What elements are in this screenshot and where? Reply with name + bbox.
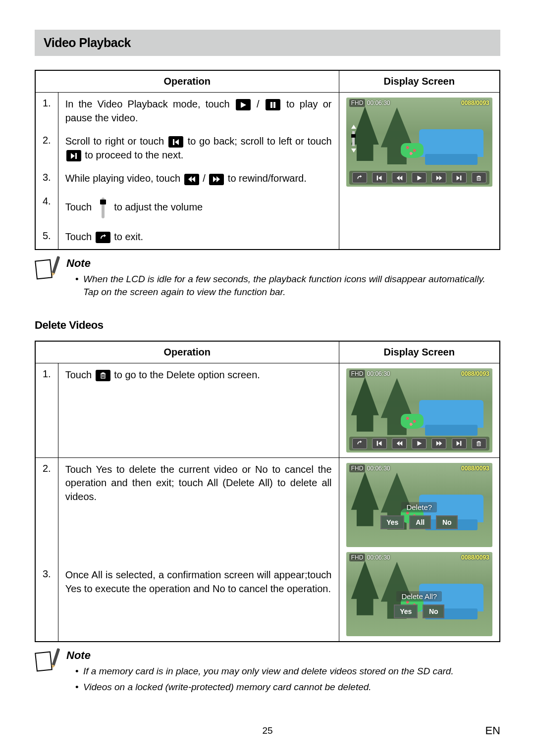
note-item: Videos on a locked (write-protected) mem… [75,681,500,694]
text-fragment: Scroll to right or touch [65,136,167,147]
clip-counter: 0088/0093 [461,554,489,561]
note-list: If a memory card is in place, you may on… [66,665,500,694]
section-heading: Video Playback [35,30,500,56]
next-icon [452,172,467,183]
resolution-badge: FHD 00:06:30 [349,370,390,377]
display-screen-cell: FHD 00:06:30 0088/0093 Delete? Yes All N… [339,457,500,642]
forward-icon [209,174,224,185]
volume-slider [351,125,356,152]
display-screen-cell: FHD 00:06:30 0088/0093 [339,363,500,457]
next-icon [452,438,467,449]
exit-icon [352,172,367,183]
text-fragment: to go to the Delete option screen. [114,369,260,380]
forward-icon [431,438,446,449]
clip-counter: 0088/0093 [461,465,489,472]
exit-icon [96,232,110,243]
step-text: Once All is selected, a confirmation scr… [58,563,339,642]
text-fragment: to go back; scroll to left or touch [188,136,332,147]
no-button: No [436,515,458,529]
note-title: Note [66,257,500,270]
play-icon [412,438,427,449]
all-button: All [409,515,431,529]
prev-icon [372,438,387,449]
text-fragment: Touch [65,202,95,212]
step-number: 5. [35,225,58,250]
step-number: 2. [35,130,58,167]
note-item: If a memory card is in place, you may on… [75,665,500,678]
subsection-heading: Delete Videos [35,319,500,332]
step-text: Touch Yes to delete the current video or… [58,457,339,563]
play-icon [412,172,427,183]
resolution-badge: FHD 00:06:30 [349,100,390,106]
pause-icon [266,99,280,110]
note-list: When the LCD is idle for a few seconds, … [66,273,500,299]
step-number: 1. [35,93,58,130]
trash-icon [472,172,486,183]
display-screen-header: Display Screen [339,70,500,93]
step-text: While playing video, touch / to rewind/f… [58,167,339,191]
note-item: When the LCD is idle for a few seconds, … [75,273,500,299]
forward-icon [431,172,446,183]
step-text: Touch to exit. [58,225,339,250]
language-code: EN [485,724,500,737]
playback-operation-table: Operation Display Screen 1. In the Video… [35,70,500,250]
rewind-icon [184,174,199,185]
step-number: 4. [35,191,58,225]
delete-prompt-thumbnail: FHD 00:06:30 0088/0093 Delete? Yes All N… [346,463,492,547]
scene-flowers [401,143,424,158]
rewind-icon [392,438,407,449]
note-icon [35,649,58,673]
volume-slider-icon [98,196,108,220]
dialog-prompt: Delete? [401,502,437,512]
trash-icon [96,370,110,381]
operation-header: Operation [35,341,339,363]
clip-counter: 0088/0093 [461,370,489,377]
step-text: In the Video Playback mode, touch / to p… [58,93,339,130]
delete-all-prompt-thumbnail: FHD 00:06:30 0088/0093 Delete All? Yes N… [346,552,492,636]
display-screen-cell: FHD 00:06:30 0088/0093 [339,93,500,250]
control-bar [349,437,489,451]
next-icon [66,150,81,161]
step-number: 2. [35,457,58,563]
text-fragment: Touch [65,369,95,380]
note-block: Note When the LCD is idle for a few seco… [35,257,500,302]
rewind-icon [392,172,407,183]
step-number: 3. [35,563,58,642]
text-fragment: to exit. [114,231,143,242]
page-number: 25 [262,725,272,736]
yes-button: Yes [394,605,418,618]
text-fragment: to adjust the volume [114,202,203,212]
exit-icon [352,438,367,449]
delete-screen-thumbnail: FHD 00:06:30 0088/0093 [346,368,492,453]
text-fragment: Touch [65,231,95,242]
prev-icon [372,172,387,183]
resolution-badge: FHD 00:06:30 [349,554,390,561]
note-title: Note [66,649,500,662]
play-icon [236,99,251,110]
step-text: Touch to go to the Delete option screen. [58,363,339,457]
text-fragment: In the Video Playback mode, touch [65,99,235,109]
display-screen-header: Display Screen [339,341,500,363]
step-number: 3. [35,167,58,191]
text-fragment: Once All is selected, a confirmation scr… [65,569,308,580]
delete-operation-table: Operation Display Screen 1. Touch to go … [35,341,500,642]
clip-counter: 0088/0093 [461,100,489,106]
step-text: Touch to adjust the volume [58,191,339,225]
text-fragment: to rewind/forward. [228,173,307,184]
scene-chair [419,120,483,165]
operation-header: Operation [35,70,339,93]
page-footer: 25 EN [35,724,500,737]
control-bar [349,171,489,185]
no-button: No [423,605,444,618]
prev-icon [168,136,183,148]
resolution-badge: FHD 00:06:30 [349,465,390,472]
note-block: Note If a memory card is in place, you m… [35,649,500,697]
step-text: Scroll to right or touch to go back; scr… [58,130,339,167]
note-icon [35,257,58,281]
step-number: 1. [35,363,58,457]
playback-screen-thumbnail: FHD 00:06:30 0088/0093 [346,98,492,187]
text-fragment: While playing video, touch [65,173,183,184]
text-fragment: to proceed to the next. [85,150,183,160]
dialog-prompt: Delete All? [396,591,442,602]
yes-button: Yes [380,515,404,529]
